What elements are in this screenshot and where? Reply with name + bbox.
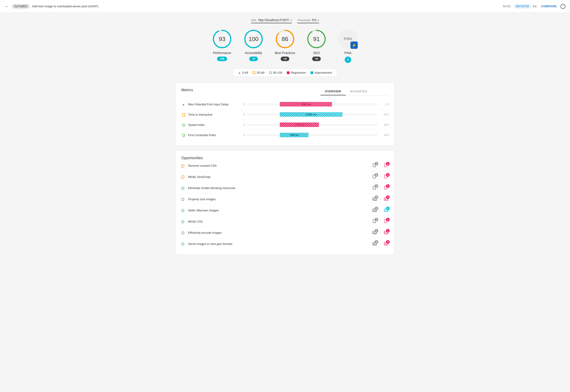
url-selector[interactable]: URL http://localhost:PORT/ ▾ — [251, 18, 292, 23]
legend-0-49-label: 0-49 — [242, 71, 248, 74]
tti-start: 0 — [238, 113, 245, 116]
scores-row: 93 Performance +26 100 Accessibility +2 — [176, 29, 394, 63]
compare-img-icon-6[interactable]: 1 — [383, 230, 389, 235]
back-button[interactable]: ← — [5, 4, 9, 9]
legend-improvement: Improvement — [310, 71, 332, 74]
opp-minify-js-actions: 4 → 4 — [372, 174, 389, 180]
compare-file-icon-1[interactable]: 4 — [383, 174, 389, 180]
arrow-6: → — [379, 231, 382, 234]
opp-remove-unused-css-name: Remove unused CSS — [188, 164, 372, 167]
score-seo: 91 SEO +0 — [306, 29, 327, 61]
tab-magnified[interactable]: MAGNIFIED — [346, 88, 372, 95]
opp-remove-unused-css-actions: 1 → 1 — [372, 163, 389, 168]
opp-render-blocking: Eliminate render-blocking resources 2 → … — [181, 182, 389, 194]
lint-label: lint — [533, 5, 537, 8]
opp-serve-next-gen: Serve images in next-gen formats 3 → 3 — [181, 238, 389, 249]
compare-count-2: 1 — [386, 184, 390, 188]
tti-name: Time to Interactive — [188, 113, 238, 116]
compare-file-icon-2[interactable]: 1 — [383, 185, 389, 191]
metrics-title: Metrics — [181, 88, 193, 92]
square-icon — [253, 71, 255, 74]
svg-point-31 — [385, 243, 386, 244]
opp-minify-js-icon — [181, 175, 186, 179]
legend-90-100: 90-100 — [269, 71, 282, 74]
legend-regression-label: Regression — [291, 71, 306, 74]
header: ← 5a714025 Add hero image to overloaded-… — [0, 0, 570, 13]
best-practices-value: 86 — [282, 36, 288, 43]
pwa-label: PWA — [344, 51, 351, 55]
tti-end: 20.0 — [380, 113, 389, 116]
base-count-3: 9 — [375, 196, 378, 199]
base-img-icon-3[interactable]: 9 — [372, 196, 377, 202]
compare-img-icon-7[interactable]: 3 — [383, 241, 389, 247]
arrow-1: → — [379, 175, 382, 179]
base-count-6: 1 — [375, 229, 378, 233]
legend-50-89-label: 50-89 — [257, 71, 264, 74]
performance-label: Performance — [213, 51, 231, 55]
base-count-0: 1 — [375, 162, 378, 166]
fid-end: 1.5 — [380, 103, 389, 106]
svg-point-15 — [374, 198, 374, 199]
pwa-text: PWA — [344, 37, 352, 41]
best-practices-label: Best Practices — [275, 51, 295, 55]
opp-render-blocking-actions: 2 → 1 — [372, 185, 389, 191]
opp-efficiently-encode-images-name: Efficiently encode images — [188, 231, 372, 234]
fid-icon: ▲ — [181, 103, 186, 106]
base-file-icon-0[interactable]: 1 — [372, 163, 377, 168]
commit-title: Add hero image to overloaded-server post… — [32, 5, 503, 8]
accessibility-circle: 100 — [243, 29, 264, 49]
score-accessibility: 100 Accessibility +2 — [243, 29, 264, 61]
base-count-1: 4 — [375, 173, 378, 177]
opp-minify-css-icon — [181, 220, 186, 223]
metrics-header: Metrics OVERVIEW MAGNIFIED — [181, 88, 389, 99]
url-value: http://localhost:PORT/ — [258, 18, 290, 22]
legend-regression: Regression — [287, 71, 306, 74]
score-performance: 93 Performance +26 — [212, 29, 232, 61]
info-button[interactable]: i — [560, 4, 565, 9]
circle-icon — [269, 71, 272, 74]
legend-0-49: ▲ 0-49 — [238, 71, 248, 74]
performance-value: 93 — [219, 36, 225, 43]
fcp-start: 0 — [238, 134, 245, 136]
arrow-5: → — [379, 220, 382, 223]
base-img-icon-7[interactable]: 3 — [372, 241, 377, 247]
legend: ▲ 0-49 50-89 90-100 Regression Improveme… — [232, 69, 337, 77]
threshold-selector[interactable]: Threshold 5% ▾ — [297, 18, 319, 23]
tti-icon — [181, 113, 186, 116]
opp-properly-size-images-actions: 9 → 3 — [372, 196, 389, 202]
base-file-icon-2[interactable]: 2 — [372, 185, 377, 191]
metric-row-si: Speed Index 0 +767 ms 15.0 — [181, 120, 389, 130]
compare-button[interactable]: COMPARE — [541, 5, 557, 8]
base-img-icon-6[interactable]: 1 — [372, 230, 377, 235]
pwa-lightning-icon: ⚡ — [350, 42, 358, 49]
metrics-card: Metrics OVERVIEW MAGNIFIED ▲ Max Potenti… — [176, 82, 394, 146]
opp-properly-size-images-name: Properly size images — [188, 197, 372, 201]
opp-minify-js-name: Minify JavaScript — [188, 175, 372, 179]
base-file-icon-5[interactable]: 1 — [372, 219, 377, 224]
base-file-icon-1[interactable]: 4 — [372, 174, 377, 180]
opp-properly-size-images: Properly size images 9 → 3 — [181, 194, 389, 205]
fid-name: Max Potential First Input Delay — [188, 103, 238, 106]
legend-50-89: 50-89 — [253, 71, 264, 74]
opp-defer-offscreen-images: Defer offscreen images 5 → 6 — [181, 205, 389, 216]
metric-row-fcp: First Contentful Paint 0 -259 ms 10.0 — [181, 130, 389, 140]
compare-file-icon-0[interactable]: 1 — [383, 163, 389, 168]
metrics-tabs: OVERVIEW MAGNIFIED — [320, 88, 389, 96]
base-label: BASE — [503, 5, 511, 8]
legend-improvement-label: Improvement — [315, 71, 332, 74]
base-count-7: 3 — [375, 240, 378, 244]
base-count-4: 5 — [375, 207, 378, 210]
tab-overview[interactable]: OVERVIEW — [320, 88, 346, 95]
opp-serve-next-gen-icon — [181, 242, 186, 246]
metric-row-tti: Time to Interactive 0 -9,950 ms 20.0 — [181, 110, 389, 120]
url-bar: URL http://localhost:PORT/ ▾ Threshold 5… — [176, 18, 394, 23]
accessibility-label: Accessibility — [245, 51, 262, 55]
opportunities-card: Opportunities Remove unused CSS 1 → 1 Mi… — [176, 150, 394, 255]
tti-bar-container: -9,950 ms — [247, 112, 378, 117]
compare-img-icon-4[interactable]: 6 — [383, 208, 389, 213]
base-img-icon-4[interactable]: 5 — [372, 208, 377, 213]
compare-img-icon-3[interactable]: 3 — [383, 196, 389, 202]
url-label: URL — [251, 18, 257, 22]
compare-file-icon-5[interactable]: 1 — [383, 219, 389, 224]
main-content: URL http://localhost:PORT/ ▾ Threshold 5… — [171, 13, 399, 265]
